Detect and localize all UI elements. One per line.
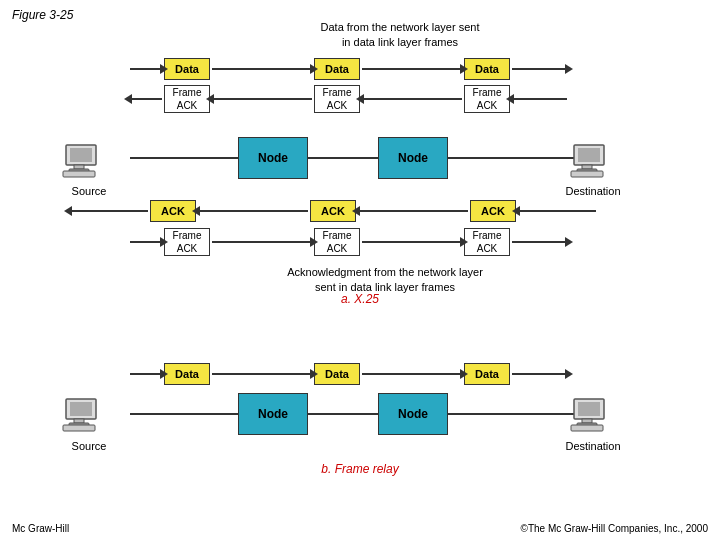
svg-rect-16 (578, 402, 600, 416)
source-label-b: Source (62, 440, 116, 452)
arrow-fack-left-4 (512, 98, 567, 100)
footer-left: Mc Graw-Hill (12, 523, 69, 534)
arrow-ack-left-3 (358, 210, 468, 212)
ack-box-2: ACK (310, 200, 356, 222)
arrow-fack-left-1 (130, 98, 162, 100)
data-box-b1: Data (164, 363, 210, 385)
data-box-3: Data (464, 58, 510, 80)
ack-box-3: ACK (470, 200, 516, 222)
data-box-b3: Data (464, 363, 510, 385)
svg-rect-11 (70, 402, 92, 416)
arrow-src-data (130, 68, 162, 70)
ack-box-1: ACK (150, 200, 196, 222)
frame-ack-bot-1: FrameACK (164, 228, 210, 256)
data-box-b2: Data (314, 363, 360, 385)
arrow-fack-left-3 (362, 98, 462, 100)
top-label: Data from the network layer sent in data… (180, 20, 620, 51)
dest-label-a: Destination (563, 185, 623, 197)
frame-ack-bot-2: FrameACK (314, 228, 360, 256)
arrow-bot-fack-1 (130, 241, 162, 243)
bottom-connector-line (130, 413, 590, 415)
frame-ack-top-2: FrameACK (314, 85, 360, 113)
section-b-label: b. Frame relay (0, 462, 720, 476)
arrow-ack-left-2 (198, 210, 308, 212)
arrow-data-2-3 (362, 68, 462, 70)
svg-rect-14 (63, 425, 95, 431)
arrow-b-3-out (512, 373, 567, 375)
svg-rect-2 (74, 165, 84, 169)
frame-ack-top-1: FrameACK (164, 85, 210, 113)
main-page: { "figure": { "label": "Figure 3-25", "t… (0, 0, 720, 540)
node1-box: Node (238, 137, 308, 179)
arrow-ack-left-4 (518, 210, 596, 212)
dest-computer-b (570, 397, 612, 437)
section-a-label: a. X.25 (0, 292, 720, 306)
arrow-bot-fack-3 (362, 241, 462, 243)
frame-ack-top-3: FrameACK (464, 85, 510, 113)
arrow-b-2-3 (362, 373, 462, 375)
source-computer-b (62, 397, 104, 437)
node2b-box: Node (378, 393, 448, 435)
dest-computer-a (570, 143, 612, 183)
svg-rect-6 (578, 148, 600, 162)
node2-box: Node (378, 137, 448, 179)
svg-rect-12 (74, 419, 84, 423)
footer-right: ©The Mc Graw-Hill Companies, Inc., 2000 (521, 523, 708, 534)
top-connector-line (130, 157, 590, 159)
svg-rect-7 (582, 165, 592, 169)
data-box-1: Data (164, 58, 210, 80)
frame-ack-bot-3: FrameACK (464, 228, 510, 256)
arrow-fack-left-2 (212, 98, 312, 100)
figure-label: Figure 3-25 (12, 8, 73, 22)
source-computer-a (62, 143, 104, 183)
arrow-ack-left-1 (70, 210, 148, 212)
arrow-b-src (130, 373, 162, 375)
arrow-data-1-2 (212, 68, 312, 70)
dest-label-b: Destination (563, 440, 623, 452)
svg-rect-4 (63, 171, 95, 177)
svg-rect-17 (582, 419, 592, 423)
svg-rect-19 (571, 425, 603, 431)
arrow-bot-fack-4 (512, 241, 567, 243)
data-box-2: Data (314, 58, 360, 80)
svg-rect-1 (70, 148, 92, 162)
svg-rect-9 (571, 171, 603, 177)
source-label-a: Source (62, 185, 116, 197)
arrow-bot-fack-2 (212, 241, 312, 243)
arrow-b-1-2 (212, 373, 312, 375)
arrow-data-3-out (512, 68, 567, 70)
node1b-box: Node (238, 393, 308, 435)
